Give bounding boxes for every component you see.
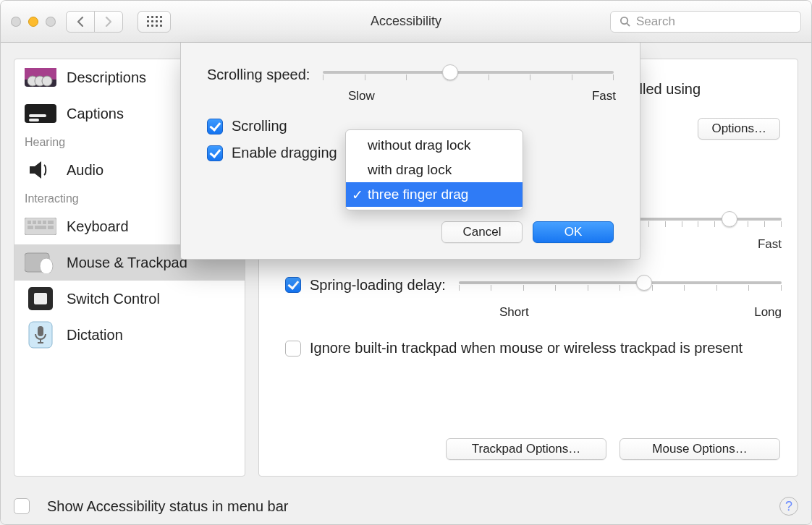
nav-segment [66,11,123,33]
scrolling-label: Scrolling [232,118,287,135]
svg-rect-15 [28,226,33,229]
zoom-button[interactable] [46,17,56,27]
svg-rect-21 [34,293,47,304]
enable-dragging-label: Enable dragging [232,145,337,161]
spring-loading-label: Spring-loading delay: [310,277,446,294]
svg-rect-17 [48,226,54,229]
options-button[interactable]: Options… [698,118,780,140]
mouse-trackpad-icon [25,250,56,275]
spring-short-label: Short [499,305,529,320]
spring-loading-slider[interactable] [459,275,782,295]
switch-control-icon [25,286,56,311]
scrolling-checkbox[interactable] [207,119,223,135]
show-status-checkbox[interactable] [14,498,30,514]
traffic-lights [11,17,56,27]
drag-option-with-lock[interactable]: with drag lock [346,158,523,182]
svg-rect-10 [28,221,31,224]
search-field[interactable]: Search [610,11,801,33]
descriptions-icon [25,65,56,90]
svg-rect-8 [29,119,39,121]
ignore-trackpad-checkbox[interactable] [285,341,301,357]
dictation-icon [25,323,56,347]
sidebar-item-label: Keyboard [67,218,129,235]
mouse-options-button[interactable]: Mouse Options… [619,438,780,460]
ignore-trackpad-row: Ignore built-in trackpad when mouse or w… [285,338,780,358]
toolbar: Accessibility Search [1,1,811,43]
spring-loading-row: Spring-loading delay: [285,275,782,295]
trackpad-options-button[interactable]: Trackpad Options… [446,438,606,460]
keyboard-icon [25,214,56,239]
svg-rect-11 [33,221,36,224]
minimize-button[interactable] [28,17,38,27]
show-all-button[interactable] [138,11,171,33]
svg-point-19 [40,258,53,273]
enable-dragging-checkbox[interactable] [207,145,223,161]
bottom-bar: Show Accessibility status in menu bar ? [14,497,798,516]
svg-rect-23 [38,326,43,336]
ignore-trackpad-label: Ignore built-in trackpad when mouse or w… [310,338,743,358]
scrolling-speed-slider[interactable] [323,64,614,85]
sidebar-item-label: Mouse & Trackpad [67,255,187,271]
svg-rect-12 [38,221,41,224]
search-icon [619,16,630,27]
slider-label-fast: Fast [758,237,782,252]
forward-button[interactable] [94,11,123,33]
sidebar-item-label: Captions [67,106,124,122]
sidebar-item-label: Audio [67,162,103,179]
drag-option-three-finger[interactable]: three finger drag [346,182,523,207]
slow-label: Slow [348,89,375,103]
search-placeholder: Search [636,14,675,29]
sidebar-item-label: Descriptions [67,69,146,86]
drag-mode-popup[interactable]: without drag lock with drag lock three f… [345,129,523,210]
fast-label: Fast [592,89,616,103]
svg-rect-13 [43,221,46,224]
back-button[interactable] [66,11,95,33]
sidebar-item-label: Dictation [67,327,123,343]
ok-button[interactable]: OK [533,221,614,243]
svg-rect-7 [29,114,46,117]
captions-icon [25,101,56,126]
scrolling-speed-label: Scrolling speed: [207,67,310,83]
prefs-window: Accessibility Search Descriptions [0,0,812,525]
sidebar-item-dictation[interactable]: Dictation [14,317,245,353]
help-button[interactable]: ? [779,497,798,516]
audio-icon [25,158,56,182]
drag-option-without-lock[interactable]: without drag lock [346,133,523,158]
svg-rect-16 [35,226,46,229]
spring-long-label: Long [754,305,782,320]
show-status-label: Show Accessibility status in menu bar [47,498,289,515]
svg-rect-14 [48,221,54,224]
close-button[interactable] [11,17,21,27]
svg-point-0 [621,17,627,24]
sidebar-item-label: Switch Control [67,291,160,307]
svg-point-5 [42,76,52,86]
sidebar-item-switch-control[interactable]: Switch Control [14,281,245,317]
spring-loading-checkbox[interactable] [285,277,301,293]
cancel-button[interactable]: Cancel [441,221,523,243]
